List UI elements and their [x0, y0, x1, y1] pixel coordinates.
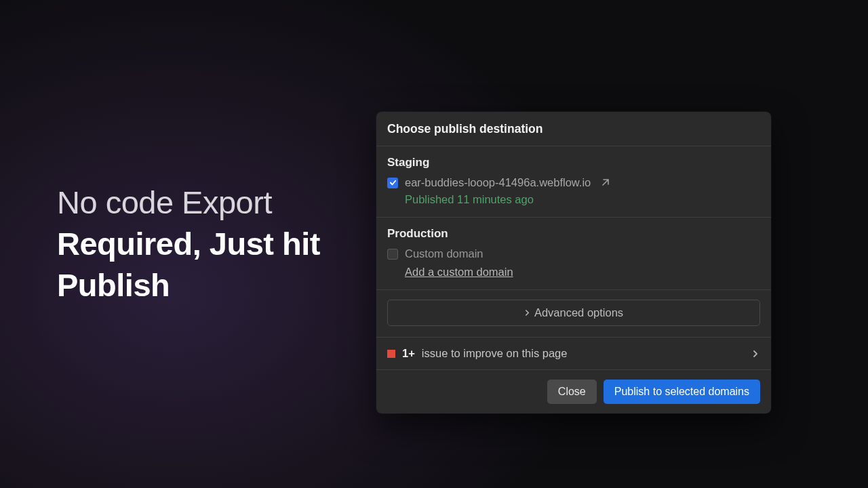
staging-domain: ear-buddies-looop-41496a.webflow.io: [405, 176, 591, 189]
panel-title: Choose publish destination: [387, 122, 760, 136]
staging-checkbox[interactable]: [387, 178, 398, 188]
chevron-right-icon: [524, 310, 530, 316]
check-icon: [389, 179, 397, 186]
production-label: Production: [387, 227, 760, 241]
advanced-options-label: Advanced options: [534, 306, 623, 319]
close-button[interactable]: Close: [547, 380, 597, 404]
issue-count: 1+: [402, 347, 415, 360]
issue-indicator-icon: [387, 350, 395, 358]
issue-text: issue to improve on this page: [422, 347, 745, 360]
publish-button[interactable]: Publish to selected domains: [604, 380, 760, 404]
hero-text: No code Export Required, Just hit Publis…: [57, 183, 328, 306]
panel-header: Choose publish destination: [376, 112, 771, 146]
hero-line-1: No code Export: [57, 183, 328, 223]
add-custom-domain-link[interactable]: Add a custom domain: [405, 266, 513, 279]
custom-domain-label: Custom domain: [405, 247, 484, 260]
staging-domain-row[interactable]: ear-buddies-looop-41496a.webflow.io: [387, 176, 760, 189]
advanced-options-button[interactable]: Advanced options: [387, 300, 760, 326]
publish-panel: Choose publish destination Staging ear-b…: [376, 112, 771, 413]
panel-footer: Close Publish to selected domains: [376, 370, 771, 413]
external-link-icon[interactable]: [600, 178, 610, 188]
production-domain-row[interactable]: Custom domain: [387, 247, 760, 260]
staging-status: Published 11 minutes ago: [405, 193, 760, 206]
issue-row[interactable]: 1+ issue to improve on this page: [376, 338, 771, 370]
advanced-section: Advanced options: [376, 290, 771, 338]
staging-label: Staging: [387, 156, 760, 169]
hero-line-2: Required, Just hit Publish: [57, 223, 328, 306]
production-section: Production Custom domain Add a custom do…: [376, 218, 771, 290]
staging-section: Staging ear-buddies-looop-41496a.webflow…: [376, 146, 771, 218]
production-checkbox[interactable]: [387, 249, 398, 260]
chevron-right-icon: [752, 350, 759, 357]
